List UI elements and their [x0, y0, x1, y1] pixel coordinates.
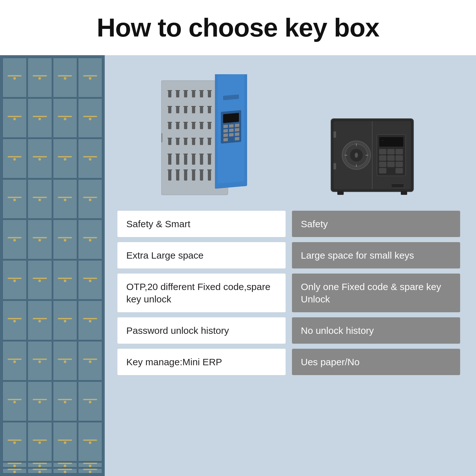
safe-box-keyhole: [64, 280, 66, 282]
svg-rect-35: [199, 169, 204, 170]
feature-cell-left-1: Extra Large space: [117, 242, 286, 268]
svg-text:---: ---: [381, 139, 384, 142]
safe-box-handle: [8, 237, 22, 238]
safe-box-handle: [83, 440, 97, 441]
safe-box-keyhole: [89, 360, 91, 363]
feature-cell-right-3: No unlock history: [292, 317, 460, 344]
key-cabinet-svg: [161, 74, 253, 198]
svg-rect-26: [175, 154, 180, 155]
safe-box-cell: [28, 98, 52, 138]
safe-box-keyhole: [64, 471, 66, 473]
safe-box-cell: [3, 58, 27, 97]
safe-box-keyhole: [38, 471, 41, 473]
page-title: How to choose key box: [6, 13, 470, 43]
svg-rect-115: [379, 168, 386, 173]
svg-rect-69: [184, 170, 187, 181]
black-safe-product: ---: [328, 116, 417, 198]
svg-rect-58: [192, 139, 195, 145]
svg-rect-16: [191, 122, 196, 123]
svg-rect-57: [184, 139, 187, 145]
safe-box-handle: [83, 156, 97, 157]
safe-box-cell: [3, 139, 27, 178]
svg-rect-18: [207, 122, 212, 123]
safe-box-keyhole: [13, 239, 16, 241]
svg-rect-70: [192, 170, 195, 181]
safe-box-cell: [28, 220, 52, 259]
safe-box-cell: [3, 422, 27, 462]
safe-box-handle: [58, 156, 72, 157]
safe-box-cell: [28, 341, 52, 381]
feature-cell-right-4: Ues paper/No: [292, 349, 460, 375]
safe-box-cell: [78, 341, 102, 381]
svg-rect-30: [207, 154, 212, 155]
safe-box-cell: [3, 341, 27, 381]
safe-box-cell: [78, 301, 102, 340]
safe-box-keyhole: [38, 320, 41, 322]
svg-rect-12: [207, 106, 212, 107]
safe-box-handle: [58, 116, 72, 117]
safe-box-handle: [8, 156, 22, 157]
safe-box-handle: [8, 399, 22, 400]
safe-box-handle: [83, 116, 97, 117]
safe-box-handle: [33, 197, 47, 198]
svg-rect-112: [379, 162, 386, 167]
safe-box-handle: [83, 278, 97, 279]
svg-rect-113: [387, 162, 394, 167]
safe-box-handle: [8, 359, 22, 360]
safe-box-cell: [78, 422, 102, 462]
page-wrapper: How to choose key box: [0, 0, 476, 476]
svg-rect-4: [191, 90, 196, 91]
safe-box-cell: [3, 260, 27, 300]
svg-rect-39: [184, 91, 187, 97]
black-safe-svg: ---: [328, 116, 417, 198]
safe-box-keyhole: [89, 401, 91, 403]
safe-box-handle: [33, 237, 47, 238]
svg-rect-111: [396, 155, 403, 161]
svg-rect-63: [184, 155, 187, 165]
safe-box-handle: [8, 116, 22, 117]
svg-rect-50: [176, 123, 179, 129]
safe-box-keyhole: [64, 465, 66, 467]
svg-rect-34: [191, 169, 196, 170]
safe-box-keyhole: [89, 471, 91, 473]
safe-box-keyhole: [38, 199, 41, 201]
svg-rect-41: [200, 91, 203, 97]
safe-box-handle: [58, 463, 72, 464]
safe-box-handle: [33, 278, 47, 279]
safe-box-keyhole: [38, 118, 41, 120]
safe-box-cell: [53, 468, 77, 473]
safe-box-handle: [33, 318, 47, 319]
safe-box-handle: [58, 469, 72, 470]
svg-rect-53: [200, 123, 203, 129]
safe-box-keyhole: [38, 239, 41, 241]
safe-box-cell: [28, 462, 52, 467]
svg-rect-46: [192, 107, 195, 113]
safe-box-cell: [28, 301, 52, 340]
safe-box-keyhole: [13, 471, 16, 473]
svg-rect-32: [175, 169, 180, 170]
safe-box-keyhole: [64, 401, 66, 403]
safe-box-handle: [33, 469, 47, 470]
svg-rect-87: [235, 137, 239, 140]
safe-box-cell: [53, 462, 77, 467]
svg-rect-17: [199, 122, 204, 123]
svg-rect-37: [168, 91, 171, 97]
safe-box-keyhole: [89, 239, 91, 241]
safe-box-cell: [78, 468, 102, 473]
safe-box-cell: [28, 422, 52, 462]
svg-rect-22: [191, 138, 196, 139]
svg-rect-1: [168, 90, 172, 91]
safe-box-handle: [83, 237, 97, 238]
feature-cell-left-4: Key manage:Mini ERP: [117, 349, 286, 375]
safe-box-keyhole: [38, 401, 41, 403]
safe-box-cell: [53, 58, 77, 97]
safe-box-handle: [58, 318, 72, 319]
svg-point-102: [355, 153, 358, 158]
safe-box-handle: [8, 440, 22, 441]
svg-rect-108: [396, 149, 403, 154]
safe-box-cell: [53, 422, 77, 462]
svg-rect-68: [176, 170, 179, 181]
left-panel: [0, 55, 105, 476]
feature-cell-right-0: Safety: [292, 211, 460, 237]
svg-rect-38: [176, 91, 179, 97]
